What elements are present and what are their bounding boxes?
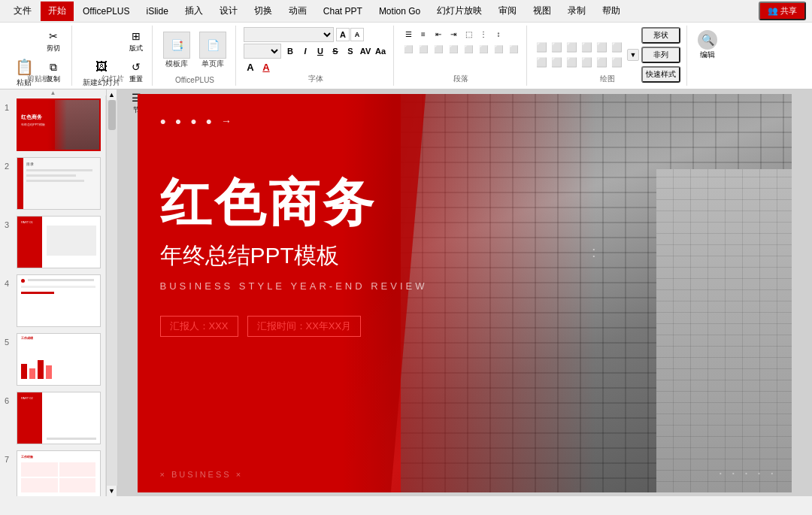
thumb-text-7: 工作经验	[21, 455, 33, 459]
text-direction-button[interactable]: ⬚	[462, 27, 475, 41]
cut-button[interactable]: ✂ 剪切	[41, 27, 65, 55]
tab-view[interactable]: 视图	[526, 2, 559, 21]
tab-slideshow[interactable]: 幻灯片放映	[429, 2, 489, 21]
shape-item-7[interactable]: ⬜	[535, 56, 548, 69]
slide-thumb-5[interactable]: 5 工作成绩	[0, 330, 105, 389]
slide-tag-2[interactable]: 汇报时间：XX年XX月	[247, 316, 362, 337]
shape-item-12[interactable]: ⬜	[610, 56, 623, 69]
numbering-button[interactable]: ≡	[417, 27, 430, 41]
align-right-button[interactable]: ⬜	[432, 42, 445, 56]
shape-item-9[interactable]: ⬜	[565, 56, 578, 69]
shape-item-8[interactable]: ⬜	[550, 56, 563, 69]
slide-panel: 1 红色商务 年终总结PPT模板 2 目录	[0, 89, 106, 496]
line-spacing-button[interactable]: ↕	[492, 27, 505, 41]
font-size-decrease-button[interactable]: A	[350, 28, 364, 41]
smart-art-button[interactable]: ⬜	[507, 42, 520, 56]
increase-indent-button[interactable]: ⇥	[447, 27, 460, 41]
align-top-button[interactable]: ⬜	[462, 42, 475, 56]
decrease-indent-button[interactable]: ⇤	[432, 27, 445, 41]
font-family-row: A A	[244, 27, 364, 42]
slide-thumb-1[interactable]: 1 红色商务 年终总结PPT模板	[0, 95, 105, 154]
shape-item-3[interactable]: ⬜	[565, 41, 578, 54]
shape-item-2[interactable]: ⬜	[550, 41, 563, 54]
strikethrough-button[interactable]: S	[329, 44, 342, 58]
align-bottom-button[interactable]: ⬜	[492, 42, 505, 56]
align-middle-button[interactable]: ⬜	[477, 42, 490, 56]
shadow-button[interactable]: S	[344, 44, 357, 58]
share-button[interactable]: 👥 共享	[759, 2, 806, 20]
slide-image-7[interactable]: 工作经验	[17, 450, 101, 496]
scroll-up-area[interactable]: ▲	[0, 89, 106, 95]
font-family-select[interactable]	[244, 27, 334, 42]
bold-button[interactable]: B	[283, 44, 297, 58]
tab-file[interactable]: 文件	[6, 2, 39, 21]
layout-icon: ⊞	[129, 29, 144, 44]
shape-item-1[interactable]: ⬜	[535, 41, 548, 54]
font-size-increase-button[interactable]: A	[336, 28, 350, 41]
officeplus-label: OfficePLUS	[154, 76, 235, 84]
shape-item-4[interactable]: ⬜	[580, 41, 593, 54]
tab-help[interactable]: 帮助	[595, 2, 628, 21]
char-spacing-button[interactable]: AV	[359, 44, 372, 58]
shape-item-6[interactable]: ⬜	[610, 41, 623, 54]
font-size-btn2[interactable]: Aa	[374, 44, 387, 58]
thumb-bar-4c	[21, 292, 54, 294]
scroll-up-button[interactable]: ▲	[107, 89, 117, 100]
align-left-button[interactable]: ⬜	[401, 42, 415, 56]
tab-design[interactable]: 设计	[212, 2, 245, 21]
columns-button[interactable]: ⋮	[477, 27, 490, 41]
shape-item-11[interactable]: ⬜	[595, 56, 608, 69]
shape-item-10[interactable]: ⬜	[580, 56, 593, 69]
shape-item-5[interactable]: ⬜	[595, 41, 608, 54]
tab-record[interactable]: 录制	[560, 2, 593, 21]
officeplus-group: 📑 模板库 📄 单页库 OfficePLUS	[154, 26, 236, 86]
tab-islide[interactable]: iSlide	[138, 2, 175, 21]
shape-style-button[interactable]: 形状	[641, 27, 680, 44]
font-color-button[interactable]: A	[259, 60, 273, 74]
scroll-thumb[interactable]	[108, 100, 116, 130]
slide-image-5[interactable]: 工作成绩	[17, 333, 101, 386]
thumb-text-2: 目录	[26, 162, 34, 166]
bullets-button[interactable]: ☰	[401, 27, 415, 41]
slide-thumb-4[interactable]: 4	[0, 271, 105, 330]
tab-motiongo[interactable]: Motion Go	[371, 2, 428, 21]
tab-animation[interactable]: 动画	[281, 2, 314, 21]
slide-thumb-6[interactable]: 6 PART 02	[0, 389, 105, 447]
thumb-text-6: PART 02	[21, 396, 33, 400]
slide-title-cn[interactable]: 红色商务	[160, 169, 377, 238]
justify-button[interactable]: ⬜	[447, 42, 460, 56]
scroll-down-button[interactable]: ▼	[107, 486, 117, 496]
tab-review[interactable]: 审阅	[491, 2, 524, 21]
slide-image-4[interactable]	[17, 274, 101, 327]
slide-thumb-2[interactable]: 2 目录	[0, 154, 105, 213]
tab-home[interactable]: 开始	[41, 2, 74, 21]
tab-transition[interactable]: 切换	[247, 2, 280, 21]
colon-decoration: :	[592, 244, 596, 259]
layout-button[interactable]: ⊞ 版式	[126, 27, 146, 55]
single-page-icon: 📄	[199, 32, 226, 59]
edit-controls: 🔍 编辑	[695, 27, 720, 84]
font-size-select[interactable]	[244, 44, 281, 59]
slide-image-3[interactable]: PART 01	[17, 216, 101, 268]
slide-image-1[interactable]: 红色商务 年终总结PPT模板	[17, 98, 101, 151]
slide-thumb-7[interactable]: 7 工作经验	[0, 447, 105, 496]
highlight-color-button[interactable]: A	[244, 60, 257, 74]
single-page-library-button[interactable]: 📄 单页库	[196, 30, 229, 71]
slide-tag-1[interactable]: 汇报人：XXX	[160, 316, 238, 337]
thumb-title-cn: 红色商务	[21, 114, 42, 121]
tab-chatppt[interactable]: Chat PPT	[316, 2, 370, 21]
template-library-button[interactable]: 📑 模板库	[160, 30, 193, 71]
slide-image-6[interactable]: PART 02	[17, 392, 101, 444]
tab-insert[interactable]: 插入	[177, 2, 211, 21]
slide-subtitle-cn[interactable]: 年终总结PPT模板	[160, 241, 339, 271]
slide-thumb-3[interactable]: 3 PART 01	[0, 213, 105, 271]
italic-button[interactable]: I	[298, 44, 312, 58]
non-style-button[interactable]: 非列	[641, 47, 680, 63]
shapes-more-button[interactable]: ▼	[627, 49, 639, 61]
tab-officeplus[interactable]: OfficePLUS	[75, 2, 137, 21]
search-button[interactable]: 🔍 编辑	[695, 27, 720, 63]
thumb-line-2c	[26, 180, 84, 182]
align-center-button[interactable]: ⬜	[417, 42, 430, 56]
underline-button[interactable]: U	[314, 44, 327, 58]
slide-image-2[interactable]: 目录	[17, 157, 101, 210]
